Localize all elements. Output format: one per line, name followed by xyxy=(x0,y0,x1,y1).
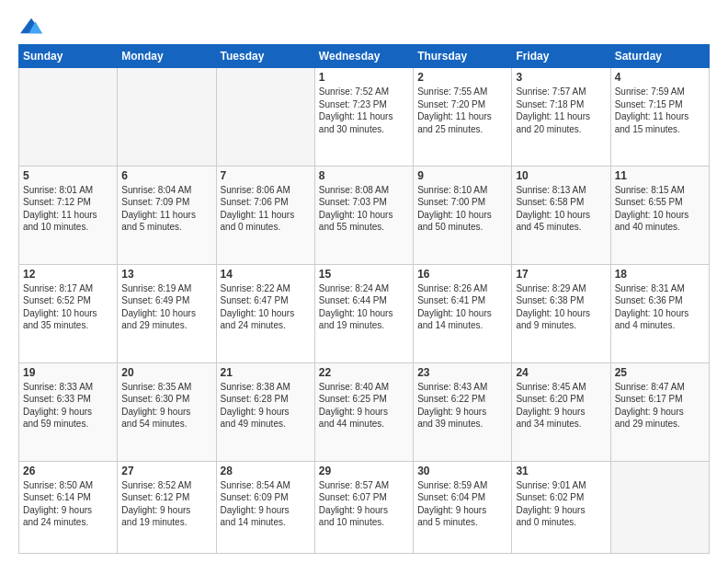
calendar-cell: 27Sunrise: 8:52 AM Sunset: 6:12 PM Dayli… xyxy=(118,461,216,553)
logo-icon xyxy=(18,17,44,37)
day-number: 6 xyxy=(121,169,211,182)
day-number: 1 xyxy=(319,71,409,84)
day-info: Sunrise: 8:26 AM Sunset: 6:41 PM Dayligh… xyxy=(417,282,507,332)
calendar-cell: 1Sunrise: 7:52 AM Sunset: 7:23 PM Daylig… xyxy=(314,68,413,167)
calendar-cell: 25Sunrise: 8:47 AM Sunset: 6:17 PM Dayli… xyxy=(610,362,709,461)
calendar-cell: 23Sunrise: 8:43 AM Sunset: 6:22 PM Dayli… xyxy=(414,362,512,461)
calendar-cell: 24Sunrise: 8:45 AM Sunset: 6:20 PM Dayli… xyxy=(512,362,610,461)
calendar-cell: 30Sunrise: 8:59 AM Sunset: 6:04 PM Dayli… xyxy=(414,461,512,553)
day-info: Sunrise: 8:33 AM Sunset: 6:33 PM Dayligh… xyxy=(23,381,113,431)
day-info: Sunrise: 8:38 AM Sunset: 6:28 PM Dayligh… xyxy=(221,381,311,431)
calendar-cell: 19Sunrise: 8:33 AM Sunset: 6:33 PM Dayli… xyxy=(19,362,118,461)
day-info: Sunrise: 8:08 AM Sunset: 7:03 PM Dayligh… xyxy=(319,184,409,234)
calendar-cell: 29Sunrise: 8:57 AM Sunset: 6:07 PM Dayli… xyxy=(314,461,413,553)
day-number: 15 xyxy=(319,268,409,281)
calendar-cell: 21Sunrise: 8:38 AM Sunset: 6:28 PM Dayli… xyxy=(216,362,314,461)
calendar-cell: 11Sunrise: 8:15 AM Sunset: 6:55 PM Dayli… xyxy=(610,166,709,264)
day-info: Sunrise: 8:43 AM Sunset: 6:22 PM Dayligh… xyxy=(417,381,507,431)
day-number: 24 xyxy=(516,366,606,379)
calendar-week-row: 5Sunrise: 8:01 AM Sunset: 7:12 PM Daylig… xyxy=(19,166,710,264)
day-number: 20 xyxy=(121,366,211,379)
day-number: 8 xyxy=(319,169,409,182)
day-number: 9 xyxy=(417,169,507,182)
weekday-header-saturday: Saturday xyxy=(610,45,709,68)
calendar-cell: 3Sunrise: 7:57 AM Sunset: 7:18 PM Daylig… xyxy=(512,68,610,167)
day-info: Sunrise: 8:01 AM Sunset: 7:12 PM Dayligh… xyxy=(23,184,113,234)
day-number: 13 xyxy=(121,268,211,281)
day-info: Sunrise: 8:15 AM Sunset: 6:55 PM Dayligh… xyxy=(615,184,705,234)
day-info: Sunrise: 8:17 AM Sunset: 6:52 PM Dayligh… xyxy=(23,282,113,332)
day-info: Sunrise: 8:13 AM Sunset: 6:58 PM Dayligh… xyxy=(516,184,606,234)
calendar-cell: 9Sunrise: 8:10 AM Sunset: 7:00 PM Daylig… xyxy=(414,166,512,264)
day-number: 2 xyxy=(417,71,507,84)
logo xyxy=(18,17,48,37)
calendar-cell: 7Sunrise: 8:06 AM Sunset: 7:06 PM Daylig… xyxy=(216,166,314,264)
day-info: Sunrise: 8:59 AM Sunset: 6:04 PM Dayligh… xyxy=(417,479,507,529)
weekday-header-row: SundayMondayTuesdayWednesdayThursdayFrid… xyxy=(19,45,710,68)
calendar-cell xyxy=(118,68,216,167)
day-number: 18 xyxy=(615,268,705,281)
day-number: 17 xyxy=(516,268,606,281)
weekday-header-sunday: Sunday xyxy=(19,45,118,68)
day-info: Sunrise: 8:19 AM Sunset: 6:49 PM Dayligh… xyxy=(121,282,211,332)
day-info: Sunrise: 7:52 AM Sunset: 7:23 PM Dayligh… xyxy=(319,86,409,135)
day-info: Sunrise: 8:31 AM Sunset: 6:36 PM Dayligh… xyxy=(615,282,705,332)
day-info: Sunrise: 8:10 AM Sunset: 7:00 PM Dayligh… xyxy=(417,184,507,234)
day-number: 16 xyxy=(417,268,507,281)
calendar-cell: 31Sunrise: 9:01 AM Sunset: 6:02 PM Dayli… xyxy=(512,461,610,553)
calendar-cell: 16Sunrise: 8:26 AM Sunset: 6:41 PM Dayli… xyxy=(414,264,512,362)
day-number: 26 xyxy=(23,465,113,477)
day-number: 10 xyxy=(516,169,606,182)
calendar-week-row: 26Sunrise: 8:50 AM Sunset: 6:14 PM Dayli… xyxy=(19,461,710,553)
weekday-header-thursday: Thursday xyxy=(414,45,512,68)
calendar-cell: 5Sunrise: 8:01 AM Sunset: 7:12 PM Daylig… xyxy=(19,166,118,264)
calendar-cell: 15Sunrise: 8:24 AM Sunset: 6:44 PM Dayli… xyxy=(314,264,413,362)
day-info: Sunrise: 8:04 AM Sunset: 7:09 PM Dayligh… xyxy=(121,184,211,234)
calendar-cell: 20Sunrise: 8:35 AM Sunset: 6:30 PM Dayli… xyxy=(118,362,216,461)
day-number: 5 xyxy=(23,169,113,182)
day-number: 27 xyxy=(121,465,211,477)
day-number: 22 xyxy=(319,366,409,379)
calendar-cell: 2Sunrise: 7:55 AM Sunset: 7:20 PM Daylig… xyxy=(414,68,512,167)
day-info: Sunrise: 8:57 AM Sunset: 6:07 PM Dayligh… xyxy=(319,479,409,529)
day-number: 11 xyxy=(615,169,705,182)
calendar-cell: 28Sunrise: 8:54 AM Sunset: 6:09 PM Dayli… xyxy=(216,461,314,553)
calendar-cell: 14Sunrise: 8:22 AM Sunset: 6:47 PM Dayli… xyxy=(216,264,314,362)
day-number: 19 xyxy=(23,366,113,379)
day-info: Sunrise: 7:55 AM Sunset: 7:20 PM Dayligh… xyxy=(417,86,507,135)
day-number: 4 xyxy=(615,71,705,84)
day-info: Sunrise: 8:06 AM Sunset: 7:06 PM Dayligh… xyxy=(221,184,311,234)
calendar-cell xyxy=(216,68,314,167)
day-info: Sunrise: 7:57 AM Sunset: 7:18 PM Dayligh… xyxy=(516,86,606,135)
day-info: Sunrise: 8:54 AM Sunset: 6:09 PM Dayligh… xyxy=(221,479,311,529)
day-info: Sunrise: 7:59 AM Sunset: 7:15 PM Dayligh… xyxy=(615,86,705,135)
day-number: 12 xyxy=(23,268,113,281)
calendar-week-row: 1Sunrise: 7:52 AM Sunset: 7:23 PM Daylig… xyxy=(19,68,710,167)
day-info: Sunrise: 9:01 AM Sunset: 6:02 PM Dayligh… xyxy=(516,479,606,529)
calendar-cell: 26Sunrise: 8:50 AM Sunset: 6:14 PM Dayli… xyxy=(19,461,118,553)
day-number: 30 xyxy=(417,465,507,477)
day-number: 14 xyxy=(221,268,311,281)
day-info: Sunrise: 8:47 AM Sunset: 6:17 PM Dayligh… xyxy=(615,381,705,431)
calendar-cell xyxy=(610,461,709,553)
weekday-header-tuesday: Tuesday xyxy=(216,45,314,68)
day-info: Sunrise: 8:29 AM Sunset: 6:38 PM Dayligh… xyxy=(516,282,606,332)
calendar-cell: 10Sunrise: 8:13 AM Sunset: 6:58 PM Dayli… xyxy=(512,166,610,264)
day-number: 7 xyxy=(221,169,311,182)
weekday-header-monday: Monday xyxy=(118,45,216,68)
header xyxy=(18,17,710,37)
calendar-cell: 18Sunrise: 8:31 AM Sunset: 6:36 PM Dayli… xyxy=(610,264,709,362)
calendar-cell: 12Sunrise: 8:17 AM Sunset: 6:52 PM Dayli… xyxy=(19,264,118,362)
day-info: Sunrise: 8:22 AM Sunset: 6:47 PM Dayligh… xyxy=(221,282,311,332)
page: SundayMondayTuesdayWednesdayThursdayFrid… xyxy=(0,0,728,563)
calendar-week-row: 19Sunrise: 8:33 AM Sunset: 6:33 PM Dayli… xyxy=(19,362,710,461)
calendar-week-row: 12Sunrise: 8:17 AM Sunset: 6:52 PM Dayli… xyxy=(19,264,710,362)
calendar-cell: 4Sunrise: 7:59 AM Sunset: 7:15 PM Daylig… xyxy=(610,68,709,167)
day-number: 21 xyxy=(221,366,311,379)
calendar-cell: 8Sunrise: 8:08 AM Sunset: 7:03 PM Daylig… xyxy=(314,166,413,264)
calendar-cell: 6Sunrise: 8:04 AM Sunset: 7:09 PM Daylig… xyxy=(118,166,216,264)
day-info: Sunrise: 8:45 AM Sunset: 6:20 PM Dayligh… xyxy=(516,381,606,431)
calendar-cell: 22Sunrise: 8:40 AM Sunset: 6:25 PM Dayli… xyxy=(314,362,413,461)
day-number: 29 xyxy=(319,465,409,477)
calendar-cell xyxy=(19,68,118,167)
